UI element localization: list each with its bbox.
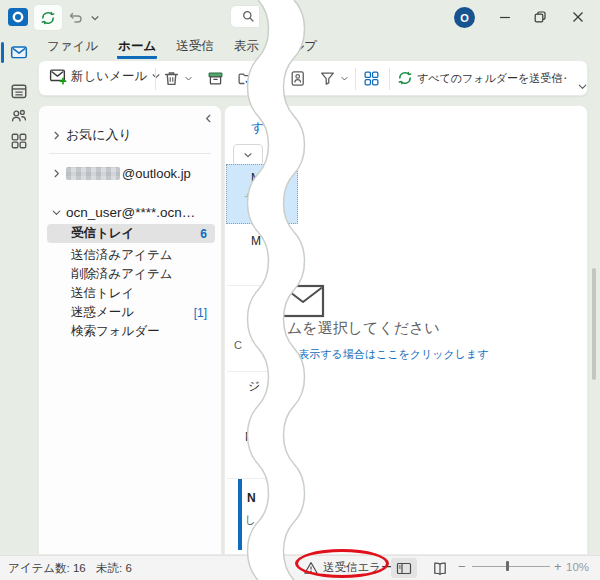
move-to-button[interactable]	[237, 70, 267, 87]
collapse-ribbon-chevron-icon[interactable]	[577, 81, 588, 92]
chevron-right-icon[interactable]	[51, 168, 62, 179]
sync-icon	[397, 70, 413, 86]
mail-icon	[10, 43, 28, 61]
new-mail-label: 新しいメール	[71, 68, 147, 85]
tab-help[interactable]: ヘルプ	[278, 36, 318, 59]
ribbon-tabs: ファイル ホーム 送受信 表示 ヘルプ	[46, 36, 318, 59]
folder-label: 削除済みアイテム	[71, 266, 172, 283]
message-item[interactable]: M	[251, 234, 261, 248]
folder-pane: お気に入り @outlook.jp ocn_user@****.ocn… 受信ト…	[38, 105, 222, 555]
redacted-account-name	[66, 167, 120, 180]
send-receive-all-button[interactable]: すべてのフォルダーを送受信	[397, 70, 562, 86]
collapse-folder-pane-button[interactable]	[203, 113, 214, 124]
search-icon	[242, 10, 255, 23]
message-item[interactable]: ジ	[248, 378, 260, 395]
select-item-prompt: ムを選択してください	[287, 319, 440, 338]
favorites-group[interactable]: お気に入り	[51, 126, 132, 144]
chevron-down-icon[interactable]	[340, 74, 349, 83]
folder-junk-mail[interactable]: 迷惑メール [1]	[47, 303, 215, 322]
address-book-button[interactable]	[289, 70, 306, 87]
outlook-window: O ファイル ホーム 送受信 表示 ヘルプ 新しいメール	[0, 0, 600, 580]
status-bar: アイテム数: 16 未読: 6 送受信エラー − + 10%	[0, 555, 600, 580]
zoom-slider-thumb[interactable]	[506, 561, 509, 571]
message-item-unread[interactable]: N	[247, 491, 256, 505]
divider	[49, 153, 211, 154]
message-item[interactable]: M:	[245, 430, 258, 444]
account-ocn[interactable]: ocn_user@****.ocn…	[51, 205, 195, 220]
reading-pane-view-button[interactable]	[391, 558, 417, 578]
selected-message-item[interactable]: Ma ヤ	[226, 164, 298, 224]
message-area-panel: す Ma ヤ M C ジ M: N し ムを選択してください を表示する場合はこ…	[224, 105, 588, 555]
more-commands-button[interactable]: …	[553, 69, 568, 79]
search-input[interactable]	[230, 5, 260, 28]
send-receive-all-label: すべてのフォルダーを送受信	[417, 71, 562, 86]
folder-sent-items[interactable]: 送信済みアイテム	[47, 246, 215, 265]
message-fragment: Ma	[251, 171, 268, 185]
account-outlook-suffix: @outlook.jp	[122, 166, 191, 181]
trash-icon	[163, 70, 180, 87]
move-folder-icon	[237, 70, 254, 87]
folder-outbox[interactable]: 送信トレイ	[47, 284, 215, 303]
send-receive-error-label: 送受信エラー	[323, 560, 393, 575]
chevron-right-icon[interactable]	[51, 130, 62, 141]
close-button[interactable]	[569, 8, 587, 26]
list-divider	[227, 371, 299, 372]
restore-button[interactable]	[531, 8, 549, 26]
people-icon	[10, 107, 28, 125]
send-receive-error-status[interactable]: 送受信エラー	[304, 560, 393, 575]
always-show-first-item-link[interactable]: を表示する場合はここをクリックします	[287, 347, 489, 362]
envelope-empty-state-icon	[281, 284, 325, 318]
folder-deleted-items[interactable]: 削除済みアイテム	[47, 265, 215, 284]
message-fragment: し	[245, 513, 256, 528]
unread-count-badge: 6	[200, 227, 207, 241]
chevron-down-icon[interactable]	[184, 74, 193, 83]
scrollbar-thumb[interactable]	[592, 268, 596, 380]
chevron-down-icon[interactable]	[258, 74, 267, 83]
zoom-level-label[interactable]: 10%	[566, 561, 589, 573]
message-item[interactable]: C	[234, 339, 242, 351]
tab-file[interactable]: ファイル	[46, 36, 99, 59]
nav-mail-button[interactable]	[7, 40, 31, 64]
zoom-slider-track[interactable]	[472, 566, 550, 567]
tab-home[interactable]: ホーム	[117, 36, 157, 59]
list-filter-tab-all[interactable]: す	[251, 119, 264, 137]
tab-view[interactable]: 表示	[233, 36, 260, 59]
zoom-out-button[interactable]: −	[458, 559, 466, 574]
tab-send-receive[interactable]: 送受信	[175, 36, 215, 59]
account-outlook[interactable]: @outlook.jp	[51, 166, 191, 181]
new-mail-button[interactable]: 新しいメール	[49, 67, 161, 85]
account-avatar[interactable]: O	[454, 7, 475, 28]
customize-toolbar-chevron-icon[interactable]	[90, 13, 100, 23]
book-icon	[432, 561, 448, 576]
message-fragment: ヤ	[244, 191, 254, 205]
reading-mode-button[interactable]	[427, 558, 453, 578]
archive-button[interactable]	[207, 70, 224, 87]
quick-send-receive-button[interactable]	[33, 4, 63, 31]
folder-label: 送信トレイ	[71, 285, 134, 302]
nav-calendar-button[interactable]	[7, 79, 31, 103]
folder-inbox[interactable]: 受信トレイ 6	[47, 224, 215, 243]
new-mail-icon	[49, 67, 67, 85]
sort-order-button[interactable]	[233, 144, 263, 166]
filter-email-button[interactable]	[319, 70, 349, 87]
apps-button[interactable]	[363, 70, 380, 87]
chevron-down-icon[interactable]	[51, 207, 62, 218]
folder-search-folders[interactable]: 検索フォルダー	[47, 322, 215, 341]
reading-pane-layout-icon	[396, 561, 412, 576]
chevron-down-icon	[243, 150, 253, 160]
address-book-icon	[289, 70, 306, 87]
nav-apps-button[interactable]	[7, 129, 31, 153]
folder-label: 受信トレイ	[71, 225, 134, 242]
folder-label: 送信済みアイテム	[71, 247, 172, 264]
unread-count-label: 未読: 6	[96, 561, 132, 576]
zoom-in-button[interactable]: +	[554, 559, 562, 574]
apps-grid-icon	[363, 70, 380, 87]
delete-button[interactable]	[163, 70, 193, 87]
minimize-button[interactable]	[496, 8, 514, 26]
undo-button[interactable]	[68, 9, 84, 25]
item-count-label: アイテム数: 16	[8, 561, 86, 576]
nav-people-button[interactable]	[7, 104, 31, 128]
chevron-down-icon[interactable]	[151, 71, 161, 81]
folder-label: 検索フォルダー	[71, 323, 160, 340]
favorites-label: お気に入り	[66, 126, 132, 144]
